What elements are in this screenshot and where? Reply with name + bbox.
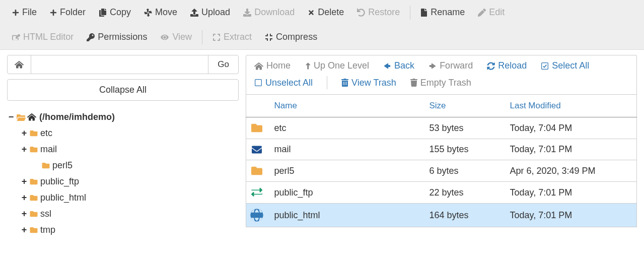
pencil-icon [478,9,486,17]
tree-node-label: public_ftp [40,173,79,189]
tree-node-etc[interactable]: +etc [20,125,239,141]
arrow-right-icon [428,62,437,70]
compress-label: Compress [276,32,317,42]
upload-button[interactable]: Upload [185,4,235,21]
home-button[interactable]: Home [254,60,291,71]
path-input[interactable] [31,55,208,74]
folder-icon [29,226,38,234]
folder-icon [250,122,266,134]
table-row[interactable]: etc53 bytesToday, 7:04 PM [246,117,637,139]
folder-icon [29,130,38,137]
delete-button[interactable]: Delete [303,4,349,21]
forward-button[interactable]: Forward [428,60,473,71]
reload-button[interactable]: Reload [487,60,527,71]
folder-tree: − (/home/imhdemo) +etc+mailperl5+public_… [7,109,239,238]
permissions-button[interactable]: Permissions [82,29,152,45]
table-row[interactable]: mail155 bytesToday, 7:01 PM [246,139,637,160]
cell-size: 53 bytes [425,117,506,139]
emptytrash-button[interactable]: Empty Trash [410,78,471,88]
right-panel: HomeUp One LevelBackForwardReloadSelect … [246,50,644,243]
cell-size: 6 bytes [425,160,506,182]
undo-icon [357,9,365,17]
folder-icon [29,210,38,218]
tree-toggle-icon[interactable]: + [20,222,28,238]
htmleditor-button: HTML Editor [7,29,79,45]
tree-node-label: public_html [40,189,86,206]
col-size[interactable]: Size [425,95,506,117]
globe-icon [250,209,266,222]
tree-node-public_ftp[interactable]: +public_ftp [20,173,239,189]
compress-icon [265,33,273,41]
view-label: View [172,32,192,42]
cell-name: public_html [270,204,425,227]
file-table: Name Size Last Modified etc53 bytesToday… [246,94,637,227]
permissions-label: Permissions [98,32,147,42]
unselectall-button[interactable]: Unselect All [254,78,313,88]
extract-button: Extract [207,29,257,45]
table-row[interactable]: perl56 bytesApr 6, 2020, 3:49 PM [246,160,637,182]
cell-modified: Today, 7:01 PM [506,182,637,204]
tree-node-label: perl5 [52,157,73,173]
toolbar-row-2: HTML EditorPermissionsViewExtractCompres… [0,25,644,50]
tree-root[interactable]: − (/home/imhdemo) [7,109,239,125]
forward-label: Forward [440,60,473,71]
tree-toggle-icon[interactable]: + [20,141,28,157]
selectall-button[interactable]: Select All [541,60,589,71]
edit-button: Edit [473,4,510,21]
toolbar-row-1: FileFolderCopyMoveUploadDownloadDeleteRe… [0,0,644,25]
viewtrash-button[interactable]: View Trash [341,78,396,88]
download-icon [243,9,251,17]
copy-icon [99,9,107,17]
folder-label: Folder [60,7,86,18]
toolbar-separator [410,6,410,20]
check-square-icon [541,62,549,70]
selectall-label: Select All [552,60,589,71]
col-name[interactable]: Name [270,95,425,117]
tree-node-label: mail [40,141,57,157]
rename-label: Rename [431,7,465,18]
tree-root-label: (/home/imhdemo) [39,109,115,125]
extract-label: Extract [224,32,252,42]
tree-node-label: tmp [40,222,55,238]
square-icon [254,79,262,87]
toolbar-separator [202,30,202,44]
back-button[interactable]: Back [383,60,414,71]
arrow-left-icon [383,62,391,70]
viewtrash-label: View Trash [351,78,396,88]
up-button[interactable]: Up One Level [305,60,369,71]
cell-size: 155 bytes [425,139,506,160]
tree-toggle-icon[interactable]: + [20,125,28,141]
cell-name: etc [270,117,425,139]
copy-button[interactable]: Copy [94,4,136,21]
compress-button[interactable]: Compress [260,29,322,45]
tree-toggle-icon[interactable]: − [7,109,15,125]
folder-button[interactable]: Folder [45,4,91,21]
folder-icon [29,146,38,153]
table-row[interactable]: public_html164 bytesToday, 7:01 PM [246,204,637,227]
path-home-button[interactable] [8,55,31,74]
exchange-icon [250,187,266,198]
level-up-icon [305,62,311,70]
tree-node-mail[interactable]: +mail [20,141,239,157]
go-button[interactable]: Go [208,55,238,74]
delete-label: Delete [318,7,344,18]
move-button[interactable]: Move [139,4,182,21]
tree-node-tmp[interactable]: +tmp [20,222,239,238]
plus-icon [50,9,57,16]
htmleditor-label: HTML Editor [23,32,74,42]
tree-node-public_html[interactable]: +public_html [20,189,239,206]
tree-node-perl5[interactable]: perl5 [20,157,239,173]
tree-toggle-icon[interactable]: + [20,173,28,189]
tree-node-ssl[interactable]: +ssl [20,206,239,222]
file-button[interactable]: File [7,4,42,21]
collapse-all-button[interactable]: Collapse All [7,79,239,101]
col-modified[interactable]: Last Modified [506,95,637,117]
envelope-icon [250,145,266,155]
expand-icon [212,33,221,41]
emptytrash-label: Empty Trash [420,78,471,88]
tree-toggle-icon[interactable]: + [20,189,28,206]
rename-button[interactable]: Rename [415,4,470,21]
tree-toggle-icon[interactable]: + [20,206,28,222]
cell-size: 164 bytes [425,204,506,227]
table-row[interactable]: public_ftp22 bytesToday, 7:01 PM [246,182,637,204]
